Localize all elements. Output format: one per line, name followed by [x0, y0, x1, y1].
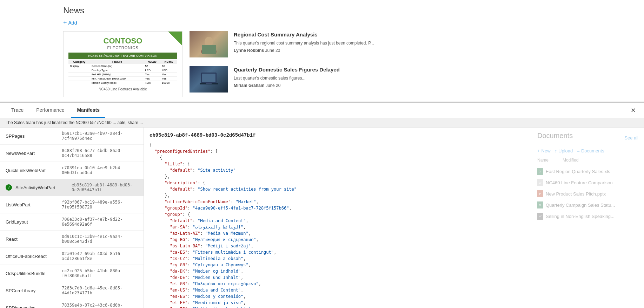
manifest-id: eb95c819-ab8f-4689-bd03-0c2d65d47b1f	[72, 183, 138, 192]
manifest-name: SiteActivityWebPart	[15, 185, 68, 190]
list-item[interactable]: QuickLinksWebPart c70391ea-0b10-4ee9-b2b…	[0, 162, 144, 179]
manifest-id: 78359e4b-07c2-43c6-8d0b-d060b4d577e8	[62, 303, 138, 308]
documents-title: Documents	[537, 132, 573, 140]
svg-point-0	[205, 37, 213, 47]
tab-performance[interactable]: Performance	[31, 103, 70, 118]
feature-table: Category Feature NC320 NC460 DisplayScre…	[68, 60, 177, 85]
check-icon: ✓	[6, 184, 12, 191]
list-item[interactable]: W NC460 Line Feature Comparison	[537, 178, 638, 187]
debug-panel: Trace Performance Manifests ✕ The Sales …	[0, 102, 644, 308]
manifest-id: c70391ea-0b10-4ee9-b2b4-006d3fcad0cd	[62, 165, 138, 175]
list-icon: ≡	[577, 148, 580, 153]
article-excerpt: This quarter's regional cost summary ana…	[234, 40, 581, 46]
manifest-name: React	[6, 237, 58, 242]
doc-toolbar: + New ↑ Upload ≡ Documents	[537, 148, 638, 153]
news-title: News	[63, 6, 581, 15]
list-item-selected[interactable]: ✓ SiteActivityWebPart eb95c819-ab8f-4689…	[0, 179, 144, 196]
list-item[interactable]: React 0d910c1c-13b9-4e1c-9aa4-b008c5e42d…	[0, 231, 144, 248]
doc-icon: W	[537, 179, 543, 186]
table-row: Display TypeLEDLED	[68, 68, 177, 73]
list-item[interactable]: X Quarterly Campaign Sales Statu...	[537, 200, 638, 210]
manifest-list: SPPages b6917cb1-93a0-4b97-a84d-7cf49975…	[0, 128, 144, 308]
see-all-link: See all	[624, 135, 638, 141]
article-info: Quarterly Domestic Sales Figures Delayed…	[234, 66, 581, 93]
list-item[interactable]: ListWebPart f92bf067-bc19-489e-a556-7fe9…	[0, 196, 144, 213]
article-thumbnail	[190, 31, 228, 57]
person-illustration	[198, 35, 219, 54]
doc-name: New Product Sales Pitch.pptx	[546, 191, 606, 197]
article-item[interactable]: Quarterly Domestic Sales Figures Delayed…	[190, 66, 581, 97]
manifest-name: SPPages	[6, 134, 58, 139]
xlsx-icon: X	[537, 201, 543, 208]
list-item[interactable]: SPPages b6917cb1-93a0-4b97-a84d-7cf49975…	[0, 128, 144, 145]
manifest-id: b6917cb1-93a0-4b97-a84d-7cf49975d4ec	[62, 131, 138, 141]
manifest-name: OfficeUIFabricReact	[6, 254, 58, 259]
new-doc-button[interactable]: + New	[537, 148, 551, 153]
feature-table-header: NC460 55"/NC460 60" FEATURE COMPARISON	[68, 53, 177, 59]
featured-card[interactable]: CONTOSO ELECTRONICS NC460 55"/NC460 60" …	[63, 31, 182, 97]
tab-manifests[interactable]: Manifests	[71, 103, 105, 118]
table-row: Full HD (1080p)YesYes	[68, 73, 177, 77]
manifest-name: SPCoreLibrary	[6, 288, 58, 293]
notification-text: The Sales team has just finalized the NC…	[6, 120, 143, 125]
table-row: Min. Resolution 1980x1020YesYes	[68, 77, 177, 81]
column-modified: Modified	[563, 158, 578, 163]
svg-rect-6	[206, 83, 212, 84]
decorative-triangle	[168, 32, 182, 46]
article-title: Regional Cost Summary Analysis	[234, 31, 581, 38]
doc-name: East Region Quarterly Sales.xls	[546, 169, 610, 174]
article-meta: Miriam Graham June 20	[234, 83, 581, 88]
documents-panel: Documents See all + New ↑ Upload ≡ Docum…	[532, 128, 644, 308]
upload-button[interactable]: ↑ Upload	[555, 148, 573, 153]
add-news-button[interactable]: + Add	[63, 19, 77, 26]
manifest-id: 706e33c8-af37-4e7b-9d22-6e5694d92a6f	[62, 217, 138, 227]
svg-rect-2	[202, 45, 216, 54]
article-author: Lynne Robbins	[234, 48, 264, 53]
doc-list: X East Region Quarterly Sales.xls W NC46…	[537, 166, 638, 221]
list-item[interactable]: NewsWebPart 8c88f208-6c77-4bdb-86a0-0c47…	[0, 145, 144, 162]
manifest-name: OdspUtilitiesBundle	[6, 271, 58, 276]
article-excerpt: Last quarter's domestic sales figures...	[234, 75, 581, 81]
manifest-selected-id: eb95c819-ab8f-4689-bd03-0c2d65d47b1f	[150, 132, 526, 139]
manifest-id: 8c88f208-6c77-4bdb-86a0-0c47b4316588	[62, 148, 138, 158]
notification-bar: The Sales team has just finalized the NC…	[0, 118, 644, 128]
plus-icon: +	[63, 19, 67, 26]
manifest-name: ListWebPart	[6, 202, 58, 207]
manifest-name: SPDiagnostics	[6, 305, 58, 308]
list-item[interactable]: W Selling in Non-English Speaking...	[537, 211, 638, 221]
article-thumbnail	[190, 66, 228, 93]
doc-name: Quarterly Campaign Sales Statu...	[546, 203, 615, 208]
code-block: { "preconfiguredEntries": [ { "title": {…	[150, 142, 526, 308]
manifest-id: 02a01e42-69ab-403d-8a16-acd128661f8e	[62, 251, 138, 261]
tab-trace[interactable]: Trace	[6, 103, 29, 118]
doc-name: NC460 Line Feature Comparison	[546, 180, 613, 185]
documents-button[interactable]: ≡ Documents	[577, 148, 604, 153]
manifest-name: GridLayout	[6, 219, 58, 225]
plus-icon: +	[537, 148, 540, 153]
list-item[interactable]: GridLayout 706e33c8-af37-4e7b-9d22-6e569…	[0, 213, 144, 231]
table-row: Motion Clarity Index400x1000x	[68, 81, 177, 85]
file-icon: W	[537, 213, 543, 220]
list-item[interactable]: SPDiagnostics 78359e4b-07c2-43c6-8d0b-d0…	[0, 299, 144, 308]
laptop-illustration	[198, 70, 219, 89]
list-item[interactable]: SPCoreLibrary 7263c7d0-1d6a-45ec-8d85-d4…	[0, 282, 144, 299]
article-meta: Lynne Robbins June 20	[234, 48, 581, 53]
list-item[interactable]: X East Region Quarterly Sales.xls	[537, 166, 638, 176]
list-item[interactable]: P New Product Sales Pitch.pptx	[537, 189, 638, 199]
column-name: Name	[537, 158, 549, 163]
brand-name: CONTOSO	[68, 36, 177, 46]
brand-subtitle: ELECTRONICS	[68, 46, 177, 50]
news-section: News + Add CONTOSO ELECTRONICS NC460 55"…	[0, 0, 644, 102]
article-info: Regional Cost Summary Analysis This quar…	[234, 31, 581, 57]
article-title: Quarterly Domestic Sales Figures Delayed	[234, 66, 581, 73]
manifest-id: f92bf067-bc19-489e-a556-7fe95f508720	[62, 200, 138, 210]
close-button[interactable]: ✕	[628, 105, 638, 116]
article-item[interactable]: Regional Cost Summary Analysis This quar…	[190, 31, 581, 62]
list-item[interactable]: OdspUtilitiesBundle cc2cc925-b5be-41bb-8…	[0, 265, 144, 282]
pptx-icon: P	[537, 190, 543, 197]
manifest-name: QuickLinksWebPart	[6, 168, 58, 173]
code-viewer: eb95c819-ab8f-4689-bd03-0c2d65d47b1f { "…	[144, 128, 532, 308]
table-row: DisplayScreen Size (in.)5560	[68, 64, 177, 68]
manifest-id: cc2cc925-b5be-41bb-880a-f0f8030c6aff	[62, 268, 138, 278]
list-item[interactable]: OfficeUIFabricReact 02a01e42-69ab-403d-8…	[0, 248, 144, 265]
